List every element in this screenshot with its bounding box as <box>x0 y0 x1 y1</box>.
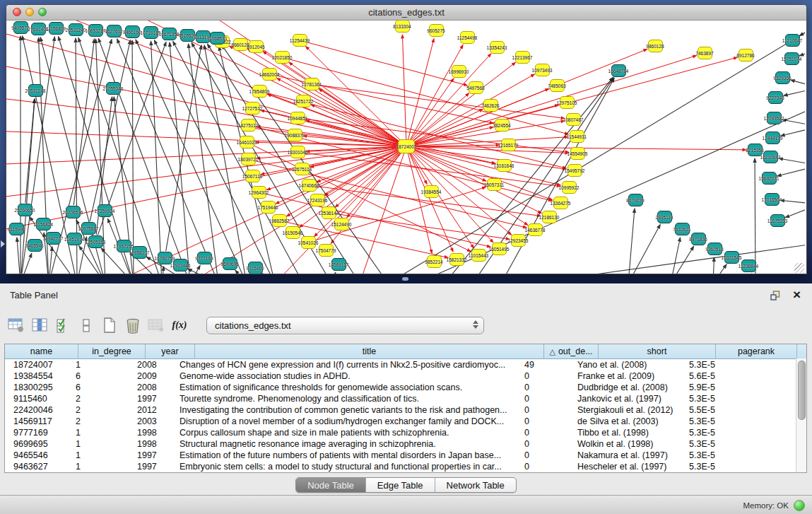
graph-node[interactable]: 12964302 <box>252 186 266 199</box>
graph-node[interactable]: 15124490 <box>334 218 349 230</box>
graph-node[interactable]: 11068533 <box>210 32 225 45</box>
graph-node[interactable]: 12213967 <box>515 51 530 64</box>
graph-node[interactable]: 8133304 <box>395 21 410 33</box>
graph-node[interactable]: 16461023 <box>240 136 254 148</box>
graph-node[interactable]: 9329366 <box>775 71 790 84</box>
graph-node[interactable]: 10653287 <box>88 24 103 37</box>
graph-node[interactable]: 11675353 <box>770 214 785 227</box>
graph-node[interactable]: 11254498 <box>460 31 475 44</box>
scrollbar-thumb[interactable] <box>798 361 806 420</box>
column-header-out_de[interactable]: △out_de... <box>544 344 599 358</box>
graph-node[interactable]: 17243196 <box>310 194 325 206</box>
graph-node[interactable]: 17519446 <box>261 201 276 214</box>
graph-node[interactable]: 14740663 <box>302 179 317 192</box>
graph-node[interactable]: 13354243 <box>490 41 505 54</box>
graph-node[interactable]: 20206536 <box>66 206 81 218</box>
tab-node-table[interactable]: Node Table <box>296 478 365 492</box>
graph-node[interactable]: 13364275 <box>553 197 568 209</box>
graph-node[interactable]: 8466160 <box>125 25 140 38</box>
graph-node[interactable]: 20531248 <box>28 84 43 97</box>
graph-node[interactable]: 12675114 <box>295 163 310 175</box>
table-row[interactable]: 911546021997Tourette syndrome. Phenomeno… <box>5 393 806 404</box>
graph-node[interactable]: 10973493 <box>535 64 550 76</box>
table-row[interactable]: 1938455462009Genome-wide association stu… <box>5 370 806 382</box>
close-panel-button[interactable]: × <box>793 286 801 303</box>
graph-node[interactable]: 15057311 <box>487 178 502 191</box>
graph-node[interactable]: 5497568 <box>469 81 483 94</box>
network-canvas[interactable]: 1872400711254439120218501466200417854809… <box>6 21 805 274</box>
graph-node[interactable]: 7515526 <box>180 29 195 42</box>
graph-node[interactable]: 17854809 <box>252 85 267 98</box>
graph-node[interactable]: 8912045 <box>249 40 264 53</box>
graph-node[interactable]: 15692071 <box>762 172 777 185</box>
graph-node[interactable]: 16996910 <box>452 65 466 78</box>
graph-node[interactable]: 17016504 <box>765 193 779 206</box>
graph-node[interactable]: 14275112 <box>241 119 256 132</box>
graph-node[interactable]: 11210647 <box>785 34 800 47</box>
graph-node[interactable]: 15495792 <box>567 164 582 177</box>
graph-node[interactable]: 1527602 <box>107 25 122 37</box>
graph-node[interactable]: 9860128 <box>648 40 663 52</box>
graph-node[interactable]: 15821332 <box>449 253 464 266</box>
table-row[interactable]: 1456911722003Disruption of a novel membe… <box>5 416 806 427</box>
network-view-window[interactable]: citations_edges.txt 18724007112544391202… <box>6 4 807 274</box>
graph-node[interactable]: 9852214 <box>427 255 442 268</box>
graph-node[interactable]: 10975887 <box>81 222 96 235</box>
graph-node[interactable]: 25260650 <box>18 204 33 216</box>
graph-node[interactable]: 16210643 <box>763 151 778 163</box>
graph-node[interactable]: 16648784 <box>611 64 626 77</box>
table-row[interactable]: 1830029562008Estimation of significance … <box>5 382 806 393</box>
graph-node[interactable]: 12444139 <box>765 132 780 144</box>
table-row[interactable]: 946554611997Estimation of the future num… <box>5 450 806 461</box>
graph-node[interactable]: 3824554 <box>495 119 510 132</box>
graph-node[interactable]: 19862587 <box>272 214 287 227</box>
graph-node[interactable]: 11254439 <box>293 34 307 47</box>
graph-node[interactable]: 17504779 <box>319 244 334 257</box>
column-header-year[interactable]: year <box>146 344 195 358</box>
graph-node[interactable]: 13161646 <box>497 159 512 172</box>
window-titlebar[interactable]: citations_edges.txt <box>6 5 806 21</box>
graph-node[interactable]: 14569117 <box>331 258 346 271</box>
graph-node[interactable]: 9360518 <box>707 243 722 255</box>
column-header-pagerank[interactable]: pagerank <box>716 344 797 358</box>
graph-node[interactable]: 11015443 <box>471 249 486 262</box>
graph-node[interactable]: 8679239 <box>628 194 643 206</box>
graph-node[interactable]: 19088379 <box>288 129 302 141</box>
graph-node[interactable]: 11156809 <box>49 22 64 35</box>
graph-node[interactable]: 10807487 <box>566 113 581 126</box>
column-settings-button[interactable] <box>7 315 25 335</box>
new-table-button[interactable] <box>100 315 119 335</box>
splitter-collapse-icon[interactable] <box>1 240 5 247</box>
graph-node[interactable]: 18301046 <box>290 146 305 158</box>
window-resize-grip[interactable] <box>794 263 804 273</box>
table-row[interactable]: 1872400712008Changes of HCN gene express… <box>5 359 806 370</box>
delete-table-button[interactable] <box>124 315 142 335</box>
graph-node[interactable]: 16051495 <box>492 243 507 255</box>
unselect-all-button[interactable] <box>77 315 95 335</box>
graph-node[interactable]: 7632621 <box>675 223 690 235</box>
table-source-select[interactable]: citations_edges.txt <box>206 317 484 334</box>
graph-node[interactable]: 15751074 <box>784 52 799 65</box>
graph-node[interactable]: 9777169 <box>197 252 212 264</box>
graph-node[interactable]: 12093582 <box>767 112 782 124</box>
graph-node[interactable]: 2935114 <box>657 211 672 223</box>
graph-node[interactable]: 14554905 <box>570 147 585 160</box>
graph-node[interactable]: 7463897 <box>698 47 712 59</box>
show-column-button[interactable] <box>30 315 49 335</box>
graph-node[interactable]: 16150546 <box>286 226 300 239</box>
graph-node[interactable]: 14662004 <box>262 68 277 81</box>
graph-node[interactable]: 21055346 <box>106 82 121 95</box>
graph-node[interactable]: 12021850 <box>275 51 290 64</box>
graph-node[interactable]: 15067118 <box>245 170 260 182</box>
graph-node[interactable]: 11544931 <box>570 130 584 143</box>
graph-node[interactable]: 10719185 <box>143 26 158 39</box>
graph-node[interactable]: 9315996 <box>9 223 24 235</box>
table-row[interactable]: 977716911998Corpus callosum shape and si… <box>5 427 806 438</box>
tab-network-table[interactable]: Network Table <box>435 478 516 492</box>
graph-node[interactable]: 11156824 <box>36 218 51 230</box>
graph-node[interactable]: 12186130 <box>542 211 557 223</box>
graph-node[interactable]: 12923455 <box>511 234 526 247</box>
graph-node[interactable]: 18039721 <box>241 153 256 165</box>
graph-node[interactable]: 13942737 <box>46 232 61 245</box>
column-header-name[interactable]: name <box>5 344 78 358</box>
